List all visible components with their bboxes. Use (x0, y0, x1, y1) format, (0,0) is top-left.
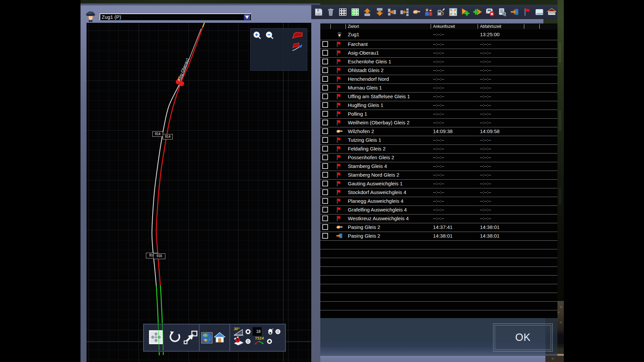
add-driver-button[interactable] (461, 7, 470, 17)
properties-button[interactable] (498, 7, 507, 17)
column-header-ankunftszeit[interactable]: Ankunftszeit (433, 24, 455, 29)
gradient-30deg-icon[interactable]: 30° (234, 328, 243, 336)
row-checkbox[interactable] (322, 94, 328, 99)
grid-white-button[interactable] (338, 7, 347, 17)
timetable-row[interactable]: Polling 1--:--:----:--:-- (320, 110, 557, 118)
timetable-row[interactable]: Uffing am Staffelsee Gleis 1--:--:----:-… (320, 92, 557, 101)
globe-button[interactable] (201, 332, 213, 345)
row-checkbox[interactable] (322, 181, 328, 186)
row-separator (320, 92, 557, 93)
timetable-row[interactable]: Huglfing Gleis 1--:--:----:--:-- (320, 101, 557, 110)
row-checkbox[interactable] (322, 76, 328, 82)
grid-green-button[interactable] (351, 7, 360, 17)
marker-pin-icon[interactable] (268, 328, 273, 337)
expand-arrows-button[interactable] (448, 7, 458, 17)
row-separator (320, 249, 557, 249)
timetable-row[interactable]: Zug1--:--:--13:25:00 (320, 29, 557, 40)
timetable-row[interactable]: Farchant--:--:----:--:-- (320, 40, 557, 49)
row-checkbox[interactable] (322, 233, 328, 239)
main-toolbar (311, 5, 557, 19)
timetable-row[interactable]: Murnau Gleis 1--:--:----:--:-- (320, 83, 557, 92)
refuel-button[interactable] (436, 7, 445, 17)
remove-train-button[interactable] (485, 7, 495, 17)
zoom-out-icon[interactable] (265, 31, 275, 42)
row-checkbox[interactable] (322, 41, 328, 47)
add-instruction-button[interactable] (473, 7, 482, 17)
zoom-level-input[interactable]: 18 (253, 327, 262, 336)
red-wedge-curve-icon[interactable] (292, 43, 304, 54)
red-wedge-icon[interactable] (292, 32, 303, 41)
passengers-button[interactable] (424, 7, 433, 17)
row-checkbox[interactable] (322, 207, 328, 213)
timetable-row[interactable]: Ohlstadt Gleis 2--:--:----:--:-- (320, 66, 557, 75)
timetable-row[interactable]: Stockdorf Ausweichgleis 4--:--:----:--:-… (320, 188, 557, 197)
pointing-hand-button[interactable] (412, 7, 421, 17)
row-checkbox[interactable] (322, 198, 328, 204)
timetable-row[interactable]: Wilzhofen 214:09:3814:09:58 (320, 127, 557, 136)
timetable-row[interactable]: Pasing Gleis 214:38:0114:38:01 (320, 232, 557, 240)
rotate-tool-button[interactable] (168, 331, 181, 345)
row-checkbox[interactable] (322, 189, 328, 195)
timetable-row[interactable]: Asig-Oberau1--:--:----:--:-- (320, 49, 557, 57)
timetable-row[interactable]: Starnberg Nord Gleis 2--:--:----:--:-- (320, 171, 557, 179)
row-checkbox[interactable] (322, 155, 328, 160)
depot-button[interactable] (547, 7, 556, 17)
save-button[interactable] (314, 7, 323, 17)
insert-list-button[interactable] (399, 7, 409, 17)
timetable-row[interactable]: Pasing Gleis 214:37:4114:38:01 (320, 223, 557, 232)
timetable-row[interactable]: Henchendorf Nord--:--:----:--:-- (320, 75, 557, 83)
zoom-in-icon[interactable] (253, 31, 262, 42)
ts14-icon[interactable]: TS14 (255, 337, 264, 345)
import-down-button[interactable] (375, 7, 384, 17)
row-checkbox[interactable] (322, 59, 328, 64)
timetable-row[interactable]: Tutzing Gleis 1--:--:----:--:-- (320, 136, 557, 144)
timetable-row[interactable]: Grafelfing Ausweichgleis 4--:--:----:--:… (320, 205, 557, 214)
timetable-row[interactable]: Starnberg Gleis 4--:--:----:--:-- (320, 162, 557, 171)
row-checkbox[interactable] (322, 85, 328, 90)
row-checkbox[interactable] (322, 102, 328, 108)
column-header-abfahrtszeit[interactable]: Abfahrtszeit (480, 24, 501, 29)
timetable-row[interactable]: Feldafing Gleis 2--:--:----:--:-- (320, 144, 557, 153)
pan-tool-button[interactable] (149, 330, 163, 346)
row-checkbox[interactable] (322, 67, 328, 73)
flag-button[interactable] (522, 7, 532, 17)
row-checkbox[interactable] (322, 128, 328, 134)
timetable-row[interactable]: Westkreuz Ausweichgleis 4--:--:----:--:-… (320, 214, 557, 223)
home-button[interactable] (214, 332, 225, 344)
row-checkbox[interactable] (322, 172, 328, 178)
timetable-row[interactable]: Planegg Ausweichgleis 4--:--:----:--:-- (320, 197, 557, 205)
column-header-zielort[interactable]: Zielort (348, 24, 359, 29)
route-map[interactable]: Asig-Oberau1 914 914 916 916 30° 18 TS1 (87, 23, 312, 362)
row-checkbox[interactable] (322, 111, 328, 117)
dropdown-arrow-icon[interactable] (244, 14, 250, 20)
jump-tool-button[interactable] (183, 330, 198, 346)
timetable-row[interactable]: Gauting Ausweichgleis 1--:--:----:--:-- (320, 179, 557, 188)
map-marker-label: 916 (153, 253, 165, 259)
row-checkbox[interactable] (322, 216, 328, 221)
export-up-button[interactable] (363, 7, 372, 17)
snap-radio[interactable] (246, 339, 251, 344)
row-checkbox[interactable] (322, 50, 328, 56)
timetable-row[interactable]: Eschenlohe Gleis 1--:--:----:--:-- (320, 57, 557, 66)
insert-right-button[interactable] (387, 7, 396, 17)
row-checkbox[interactable] (322, 137, 328, 143)
final-destination-button[interactable] (510, 7, 519, 17)
marker-radio[interactable] (275, 329, 280, 334)
ok-button[interactable]: OK (493, 323, 553, 352)
delete-button[interactable] (326, 7, 335, 17)
row-arrival: --:--:-- (433, 144, 444, 153)
row-checkbox[interactable] (322, 224, 328, 230)
snap-magnet-icon[interactable] (233, 337, 244, 347)
timetable-row[interactable]: Weilheim (Oberbay) Gleis 2--:--:----:--:… (320, 118, 557, 127)
row-checkbox[interactable] (322, 163, 328, 169)
row-destination: Pasing Gleis 2 (348, 223, 380, 232)
gradient-radio[interactable] (246, 329, 251, 334)
train-selector-dropdown[interactable]: Zug1 (P) (100, 13, 251, 20)
timetable-row[interactable]: Possenhofen Gleis 2--:--:----:--:-- (320, 153, 557, 162)
row-separator (320, 162, 557, 162)
ts14-radio[interactable] (267, 339, 272, 344)
row-checkbox[interactable] (322, 120, 328, 125)
row-checkbox[interactable] (322, 146, 328, 152)
column-divider (478, 24, 478, 29)
railcar-button[interactable] (535, 7, 544, 17)
